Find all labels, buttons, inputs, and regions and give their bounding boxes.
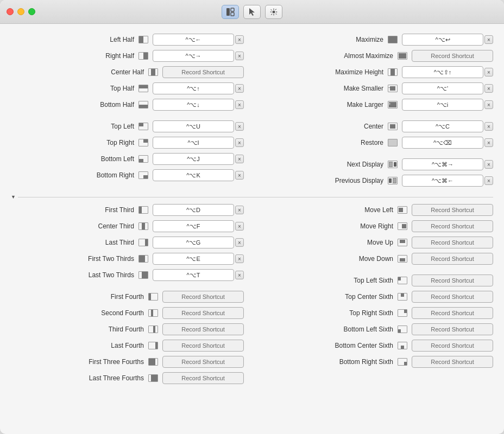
shortcut-input-move-left[interactable]: Record Shortcut <box>412 204 493 216</box>
row-first-fourth: First Fourth Record Shortcut <box>11 290 244 304</box>
svg-rect-1 <box>231 8 234 11</box>
clear-make-larger[interactable]: × <box>484 100 493 109</box>
collapse-arrow[interactable]: ▼ <box>11 194 16 200</box>
clear-restore[interactable]: × <box>484 138 493 147</box>
row-right-half: Right Half ^⌥→ × <box>11 49 244 63</box>
top-section: Left Half ^⌥← × Right Half <box>11 33 493 189</box>
shortcut-input-first-two-thirds[interactable]: ^⌥E <box>153 253 234 265</box>
shortcut-center-half: Record Shortcut <box>162 66 244 78</box>
label-last-fourth: Last Fourth <box>79 342 144 349</box>
shortcut-input-bottom-left[interactable]: ^⌥J <box>153 153 234 165</box>
zoom-button[interactable] <box>28 8 35 15</box>
shortcut-input-top-right[interactable]: ^⌥I <box>153 137 234 149</box>
clear-next-display[interactable]: × <box>484 160 493 169</box>
shortcut-input-center-third[interactable]: ^⌥F <box>153 220 234 232</box>
shortcut-input-top-center-sixth[interactable]: Record Shortcut <box>412 291 493 303</box>
row-first-two-thirds: First Two Thirds ^⌥E × <box>11 252 244 266</box>
snap-button[interactable] <box>222 5 239 19</box>
clear-prev-display[interactable]: × <box>484 176 493 185</box>
shortcut-input-bottom-right-sixth[interactable]: Record Shortcut <box>412 356 493 368</box>
shortcut-input-center[interactable]: ^⌥C <box>402 120 483 132</box>
icon-bottom-half <box>138 101 148 108</box>
shortcut-first-fourth: Record Shortcut <box>162 291 244 303</box>
shortcut-input-top-left-sixth[interactable]: Record Shortcut <box>412 275 493 286</box>
cursor-button[interactable] <box>243 5 261 19</box>
clear-top-left[interactable]: × <box>235 122 244 131</box>
clear-make-smaller[interactable]: × <box>484 84 493 93</box>
shortcut-input-make-smaller[interactable]: ^⌥' <box>402 82 483 94</box>
icon-top-center-sixth <box>398 293 407 301</box>
shortcut-input-top-left[interactable]: ^⌥U <box>153 120 234 132</box>
shortcut-bottom-half: ^⌥↓ × <box>153 99 244 111</box>
close-button[interactable] <box>7 8 14 15</box>
label-last-third: Last Third <box>69 239 134 246</box>
clear-center-third[interactable]: × <box>235 222 244 231</box>
clear-right-half[interactable]: × <box>235 52 244 60</box>
shortcut-input-maximize-height[interactable]: ^⌥⇧↑ <box>402 66 483 78</box>
label-top-right: Top Right <box>69 139 134 146</box>
icon-first-fourth <box>148 293 158 301</box>
shortcut-input-last-third[interactable]: ^⌥G <box>153 237 234 248</box>
shortcut-input-maximize[interactable]: ^⌥↩ <box>402 34 483 46</box>
clear-last-two-thirds[interactable]: × <box>235 271 244 279</box>
shortcut-input-bottom-right[interactable]: ^⌥K <box>153 169 234 181</box>
shortcut-top-half: ^⌥↑ × <box>153 82 244 94</box>
row-top-half: Top Half ^⌥↑ × <box>11 81 244 95</box>
icon-top-half <box>138 85 148 92</box>
shortcut-input-last-three-fourths[interactable]: Record Shortcut <box>162 372 244 384</box>
clear-first-third[interactable]: × <box>235 206 244 214</box>
row-top-center-sixth: Top Center Sixth Record Shortcut <box>260 290 493 304</box>
shortcut-input-last-two-thirds[interactable]: ^⌥T <box>153 269 234 281</box>
shortcut-input-first-third[interactable]: ^⌥D <box>153 204 234 216</box>
shortcut-input-bottom-center-sixth[interactable]: Record Shortcut <box>412 340 493 352</box>
shortcut-input-third-fourth[interactable]: Record Shortcut <box>162 323 244 335</box>
clear-maximize[interactable]: × <box>484 35 493 44</box>
clear-bottom-half[interactable]: × <box>235 100 244 109</box>
shortcut-input-first-fourth[interactable]: Record Shortcut <box>162 291 244 303</box>
shortcut-input-bottom-left-sixth[interactable]: Record Shortcut <box>412 323 493 335</box>
shortcut-input-restore[interactable]: ^⌥⌫ <box>402 137 483 149</box>
shortcut-input-prev-display[interactable]: ^⌥⌘← <box>402 175 483 187</box>
shortcut-input-bottom-half[interactable]: ^⌥↓ <box>153 99 234 111</box>
shortcut-input-top-half[interactable]: ^⌥↑ <box>153 82 234 94</box>
shortcut-input-move-right[interactable]: Record Shortcut <box>412 220 493 232</box>
shortcut-input-second-fourth[interactable]: Record Shortcut <box>162 307 244 319</box>
clear-center[interactable]: × <box>484 122 493 131</box>
shortcut-input-right-half[interactable]: ^⌥→ <box>153 50 234 62</box>
shortcut-last-fourth: Record Shortcut <box>162 340 244 352</box>
shortcut-input-left-half[interactable]: ^⌥← <box>153 34 234 46</box>
row-maximize: Maximize ^⌥↩ × <box>260 33 493 47</box>
icon-make-larger: + <box>388 101 398 108</box>
shortcut-top-right: ^⌥I × <box>153 137 244 149</box>
clear-last-third[interactable]: × <box>235 238 244 247</box>
label-third-fourth: Third Fourth <box>79 326 144 333</box>
row-last-three-fourths: Last Three Fourths Record Shortcut <box>11 371 244 385</box>
shortcut-input-center-half[interactable]: Record Shortcut <box>162 66 244 78</box>
clear-maximize-height[interactable]: × <box>484 68 493 76</box>
shortcut-last-two-thirds: ^⌥T × <box>153 269 244 281</box>
shortcut-input-first-three-fourths[interactable]: Record Shortcut <box>162 356 244 368</box>
shortcut-input-move-up[interactable]: Record Shortcut <box>412 237 493 248</box>
clear-first-two-thirds[interactable]: × <box>235 254 244 263</box>
shortcut-maximize: ^⌥↩ × <box>402 34 493 46</box>
row-prev-display: Previous Display ^⌥⌘← × <box>260 174 493 188</box>
minimize-button[interactable] <box>17 8 24 15</box>
row-bottom-half: Bottom Half ^⌥↓ × <box>11 98 244 112</box>
settings-button[interactable] <box>265 5 282 19</box>
icon-first-three-fourths <box>148 358 158 366</box>
clear-bottom-left[interactable]: × <box>235 155 244 163</box>
shortcut-input-make-larger[interactable]: ^⌥i <box>402 99 483 111</box>
shortcut-input-top-right-sixth[interactable]: Record Shortcut <box>412 307 493 319</box>
shortcut-input-next-display[interactable]: ^⌥⌘→ <box>402 158 483 170</box>
shortcut-input-almost-maximize[interactable]: Record Shortcut <box>412 50 493 62</box>
shortcut-input-move-down[interactable]: Record Shortcut <box>412 253 493 265</box>
icon-bottom-right <box>138 171 148 179</box>
clear-left-half[interactable]: × <box>235 35 244 44</box>
shortcut-input-last-fourth[interactable]: Record Shortcut <box>162 340 244 352</box>
row-bottom-left-sixth: Bottom Left Sixth Record Shortcut <box>260 322 493 336</box>
clear-bottom-right[interactable]: × <box>235 171 244 180</box>
clear-top-half[interactable]: × <box>235 84 244 93</box>
icon-second-fourth <box>148 309 158 317</box>
icon-center-half <box>148 68 158 76</box>
clear-top-right[interactable]: × <box>235 138 244 147</box>
